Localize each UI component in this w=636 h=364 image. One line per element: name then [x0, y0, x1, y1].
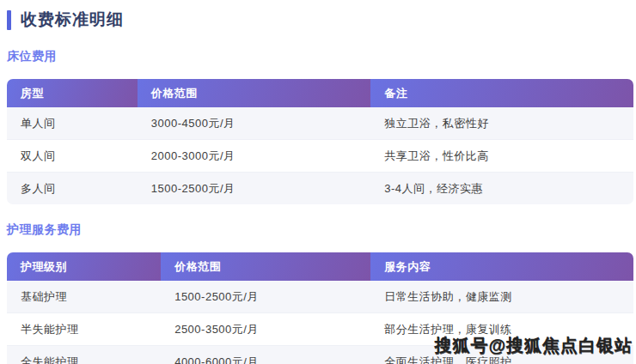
watermark: 搜狐号@搜狐焦点白银站	[434, 334, 633, 357]
table-cell: 3000-4500元/月	[138, 107, 371, 140]
page-header: 收费标准明细	[7, 9, 634, 31]
table-cell: 双人间	[7, 140, 138, 173]
table-cell: 共享卫浴，性价比高	[370, 140, 633, 173]
fee-detail-page: 收费标准明细 床位费用 房型价格范围备注 单人间3000-4500元/月独立卫浴…	[0, 0, 636, 364]
table-cell: 单人间	[7, 107, 138, 140]
table-header-row: 护理级别价格范围服务内容	[7, 252, 633, 281]
section-heading: 床位费用	[7, 49, 634, 64]
table-cell: 多人间	[7, 173, 138, 204]
table-header-cell: 护理级别	[7, 252, 161, 281]
table-cell: 1500-2500元/月	[161, 281, 370, 313]
fee-table: 房型价格范围备注 单人间3000-4500元/月独立卫浴，私密性好双人间2000…	[7, 79, 633, 204]
table-row: 双人间2000-3000元/月共享卫浴，性价比高	[7, 140, 633, 173]
table-cell: 2000-3000元/月	[138, 140, 371, 173]
table-cell: 半失能护理	[7, 313, 161, 346]
table-header-cell: 服务内容	[370, 252, 633, 281]
table-cell: 独立卫浴，私密性好	[370, 107, 633, 140]
table-cell: 4000-6000元/月	[161, 346, 370, 364]
table-row: 单人间3000-4500元/月独立卫浴，私密性好	[7, 107, 633, 140]
table-cell: 日常生活协助，健康监测	[370, 281, 633, 313]
table-cell: 全失能护理	[7, 346, 161, 364]
table-row: 多人间1500-2500元/月3-4人间，经济实惠	[7, 173, 633, 204]
fee-section: 床位费用 房型价格范围备注 单人间3000-4500元/月独立卫浴，私密性好双人…	[7, 49, 634, 204]
table-header-row: 房型价格范围备注	[7, 79, 633, 107]
title-accent-bar	[7, 10, 11, 30]
section-heading: 护理服务费用	[7, 222, 634, 238]
table-header-cell: 价格范围	[161, 252, 370, 281]
table-cell: 1500-2500元/月	[138, 173, 371, 204]
table-header-cell: 备注	[370, 79, 633, 107]
table-cell: 基础护理	[7, 281, 161, 313]
table-cell: 2500-3500元/月	[161, 313, 370, 346]
table-header-cell: 价格范围	[138, 79, 371, 107]
table-header-cell: 房型	[7, 79, 138, 107]
page-title: 收费标准明细	[21, 9, 124, 31]
table-row: 基础护理1500-2500元/月日常生活协助，健康监测	[7, 281, 633, 313]
sections: 床位费用 房型价格范围备注 单人间3000-4500元/月独立卫浴，私密性好双人…	[7, 49, 634, 364]
table-cell: 3-4人间，经济实惠	[370, 173, 633, 204]
